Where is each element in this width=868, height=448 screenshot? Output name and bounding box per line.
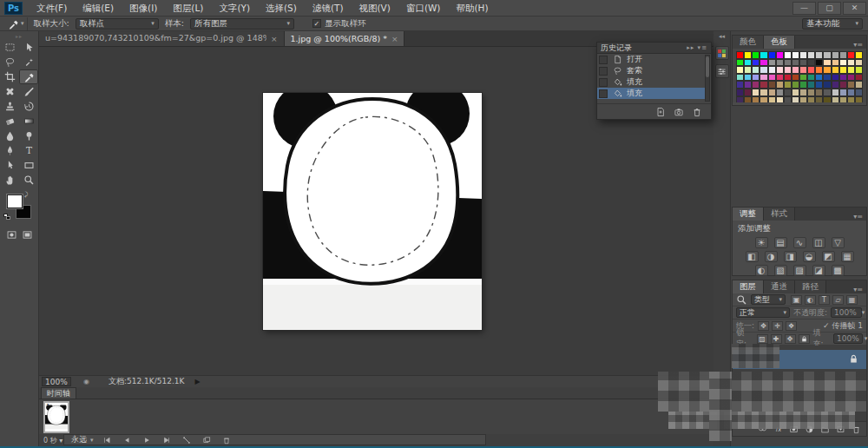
history-scrollbar[interactable]	[705, 55, 710, 102]
swatch-#949494[interactable]	[768, 59, 776, 67]
swatch-#1d7070[interactable]	[807, 81, 815, 89]
menu-item-4[interactable]: 文字(Y)	[211, 0, 258, 16]
swatch-#ffabbc[interactable]	[792, 66, 799, 74]
sample-select[interactable]: 所有图层 ▾	[190, 18, 294, 30]
swatch-#eceef4[interactable]	[768, 66, 776, 74]
lock-option-icon-2[interactable]: ✥	[785, 334, 796, 344]
menu-item-6[interactable]: 滤镜(T)	[305, 0, 352, 16]
swatch-#dbd2ba[interactable]	[792, 96, 799, 102]
adjustment-icon-0-1[interactable]: ▤	[774, 237, 787, 248]
swatch-#929cb8[interactable]	[839, 89, 847, 96]
timeline-tab[interactable]: 时间轴	[41, 387, 76, 399]
swatch-#c4ecd9[interactable]	[752, 66, 760, 74]
zoom-level-field[interactable]: 100%	[42, 377, 71, 386]
show-sampling-ring-checkbox[interactable]: ✓	[312, 19, 321, 28]
swatch-#1d3070[interactable]	[823, 81, 831, 89]
lock-all-icon[interactable]	[799, 334, 810, 344]
adjustment-icon-2-1[interactable]: ▧	[774, 265, 787, 276]
adjustment-icon-1-0[interactable]: ◧	[746, 251, 759, 262]
swatch-#dbf2b0[interactable]	[744, 66, 752, 74]
history-item-填充-3[interactable]: 填充	[597, 88, 705, 99]
swatch-#c2c2c2[interactable]	[832, 89, 839, 96]
swatch-#e03369[interactable]	[776, 74, 784, 82]
swatch-#d6e0ee[interactable]	[760, 66, 767, 74]
loop-count-select[interactable]: 永远 ▾	[71, 434, 94, 445]
swatch-#ffc4cf[interactable]	[784, 66, 792, 74]
swatch-#5c521d[interactable]	[823, 96, 831, 102]
swatch-#eef04d[interactable]	[847, 66, 855, 74]
swatch-#6b2e94[interactable]	[744, 81, 752, 89]
swatch-#4a4a4a[interactable]	[784, 89, 792, 96]
dodge-tool[interactable]	[19, 128, 38, 143]
next-frame-icon[interactable]	[162, 436, 171, 445]
fill-field[interactable]: 100% ▾	[833, 333, 863, 344]
expand-panels-icon[interactable]: ◂◂	[713, 31, 730, 42]
swatch-#ab9e6b[interactable]	[839, 96, 847, 102]
eraser-tool[interactable]	[0, 114, 19, 128]
swatch-#595959[interactable]	[823, 89, 831, 96]
swatch-#80e0cc[interactable]	[736, 74, 744, 82]
lasso-tool[interactable]	[0, 55, 19, 69]
swatch-#ffe81a[interactable]	[855, 51, 863, 59]
zoom-tool[interactable]	[19, 173, 38, 188]
play-icon[interactable]	[142, 436, 151, 445]
history-snapshot-box[interactable]	[599, 78, 608, 87]
swatch-#301d91[interactable]	[832, 74, 839, 82]
history-item-填充-2[interactable]: 填充	[597, 76, 705, 88]
swatch-#6b7a9c[interactable]	[847, 89, 855, 96]
swatch-#505050[interactable]	[784, 96, 792, 102]
adjustment-icon-1-3[interactable]: ◒	[803, 251, 816, 262]
minimize-button[interactable]: —	[792, 2, 816, 15]
brush-tool[interactable]	[19, 84, 38, 99]
close-icon[interactable]: ×	[391, 35, 398, 43]
first-frame-icon[interactable]	[102, 436, 111, 445]
swatch-#485670[interactable]	[855, 89, 863, 96]
blend-mode-select[interactable]: 正常 ▾	[736, 307, 790, 318]
workspace-select[interactable]: 基本功能 ▾	[802, 18, 863, 30]
swatch-#998a6b[interactable]	[807, 89, 815, 96]
swatch-#c2b892[interactable]	[832, 96, 839, 102]
filter-type-select[interactable]: 类型 ▾	[751, 294, 786, 305]
swatch-#911d70[interactable]	[847, 74, 855, 82]
swatch-#d9d9d9[interactable]	[807, 51, 815, 59]
history-item-套索-1[interactable]: 套索	[597, 65, 705, 76]
swatch-#858585[interactable]	[776, 59, 784, 67]
default-colors-icon[interactable]	[3, 214, 11, 221]
swatch-#ec9cd6[interactable]	[760, 74, 767, 82]
swatch-#d9cca8[interactable]	[792, 89, 799, 96]
swatch-#ffd9b0[interactable]	[823, 59, 831, 67]
swatch-#575757[interactable]	[799, 59, 807, 67]
quick-mask-icon[interactable]	[6, 229, 17, 240]
tween-icon[interactable]	[182, 436, 191, 445]
swatch-#6b9433[interactable]	[792, 81, 799, 89]
adjustment-icon-1-5[interactable]: ▦	[841, 251, 854, 262]
history-snapshot-box[interactable]	[599, 56, 608, 64]
eyedropper-tool[interactable]	[19, 69, 38, 84]
swatch-#edc390[interactable]	[832, 59, 839, 67]
swatch-#a8401d[interactable]	[792, 74, 799, 82]
hand-tool[interactable]	[0, 173, 19, 188]
swatch-#8a6b48[interactable]	[847, 81, 855, 89]
swatch-#e8e8e8[interactable]	[799, 51, 807, 59]
document-tab-1[interactable]: u=943189070,743210109&fm=27&gp=0.jpg @ 1…	[39, 31, 285, 46]
swatch-#1ae81a[interactable]	[736, 59, 744, 67]
swatch-#ff5959[interactable]	[807, 66, 815, 74]
clone-stamp-tool[interactable]	[0, 99, 19, 114]
swatch-#ffc933[interactable]	[832, 66, 839, 74]
swatch-#fff9b5[interactable]	[736, 66, 744, 74]
rectangular-marquee-tool[interactable]	[0, 40, 19, 55]
opacity-field[interactable]: 100% ▾	[831, 307, 862, 318]
swatch-#9c9cec[interactable]	[752, 74, 760, 82]
prev-frame-icon[interactable]	[122, 436, 131, 445]
swatch-#402e94[interactable]	[736, 81, 744, 89]
swatch-#757575[interactable]	[784, 59, 792, 67]
screen-mode-icon[interactable]	[22, 229, 33, 240]
trash-icon[interactable]	[692, 107, 702, 117]
adjustment-icon-2-4[interactable]: ▩	[832, 265, 845, 276]
panel-menu-icon[interactable]: ▾≡	[853, 41, 866, 49]
swatch-#bfb08a[interactable]	[855, 81, 863, 89]
frame-delay-select[interactable]: 0 秒 ▾	[43, 436, 62, 445]
shape-tool[interactable]	[19, 158, 38, 173]
swatch-#1d4091[interactable]	[823, 74, 831, 82]
document-image-panda[interactable]	[263, 93, 482, 330]
